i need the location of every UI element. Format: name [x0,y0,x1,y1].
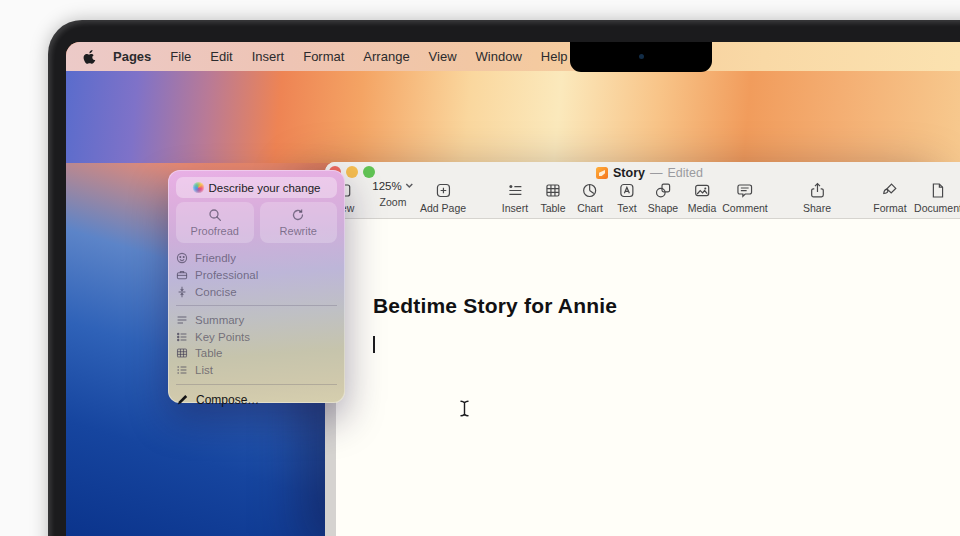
menu-item-view[interactable]: View [429,49,457,64]
writing-tools-actions: Proofread Rewrite [176,202,337,243]
minimize-button[interactable] [346,166,358,178]
compose-label: Compose… [196,393,259,407]
zoom-label: Zoom [380,196,407,208]
tone-friendly-label: Friendly [195,252,236,264]
tone-item-friendly[interactable]: Friendly [176,250,337,267]
comment-icon [736,182,753,199]
format-key-points-label: Key Points [195,331,250,343]
format-button[interactable]: Format [873,182,906,214]
insert-label: Insert [502,202,528,214]
tone-concise-label: Concise [195,286,237,298]
describe-change-placeholder: Describe your change [209,182,321,194]
media-icon [693,182,710,199]
document-icon [929,182,946,199]
apple-intelligence-icon [193,182,204,193]
summary-lines-icon [176,314,188,326]
document-title: Story [613,166,645,180]
zoom-window-button[interactable] [363,166,375,178]
edited-status: Edited [667,166,702,180]
wallpaper-band [66,71,960,163]
table-icon [544,182,561,199]
compose-item[interactable]: Compose… [176,391,337,409]
format-item-summary[interactable]: Summary [176,311,337,328]
add-page-button[interactable]: Add Page [420,182,466,214]
text-button[interactable]: Text [617,182,636,214]
text-label: Text [617,202,636,214]
menu-item-insert[interactable]: Insert [252,49,285,64]
divider [176,305,337,306]
zoom-value[interactable]: 125% [372,180,401,192]
format-item-list[interactable]: List [176,362,337,379]
compress-icon [176,286,188,298]
table-grid-icon [176,347,188,359]
window-titlebar[interactable]: Story — Edited View 125% Zoom [325,162,960,219]
rewrite-icon [291,208,305,222]
list-icon [176,364,188,376]
macbook-frame: Pages File Edit Insert Format Arrange Vi… [0,0,960,536]
format-item-key-points[interactable]: Key Points [176,328,337,345]
share-icon [809,182,826,199]
tone-item-concise[interactable]: Concise [176,284,337,301]
format-label: Format [873,202,906,214]
document-page[interactable]: Bedtime Story for Annie [336,220,960,536]
rewrite-label: Rewrite [280,225,317,237]
format-icon [881,182,898,199]
share-label: Share [803,202,831,214]
briefcase-icon [176,269,188,281]
smiley-icon [176,252,188,264]
table-button[interactable]: Table [540,182,565,214]
menu-item-file[interactable]: File [170,49,191,64]
apple-icon[interactable] [83,49,96,64]
bullet-list-icon [176,331,188,343]
pages-app-icon [596,167,608,179]
camera-dot [639,54,644,59]
comment-button[interactable]: Comment [722,182,768,214]
menu-app-name[interactable]: Pages [113,49,151,64]
menu-item-format[interactable]: Format [303,49,344,64]
chevron-down-icon [406,183,414,189]
format-table-label: Table [195,347,223,359]
format-item-table[interactable]: Table [176,345,337,362]
menu-item-window[interactable]: Window [476,49,522,64]
insert-icon [506,182,523,199]
menu-item-help[interactable]: Help [541,49,568,64]
pencil-icon [176,393,189,406]
zoom-control[interactable]: 125% Zoom [372,180,413,208]
pages-window: Story — Edited View 125% Zoom [325,162,960,536]
add-page-label: Add Page [420,202,466,214]
shape-icon [655,182,672,199]
format-list-label: List [195,364,213,376]
menu-item-arrange[interactable]: Arrange [363,49,409,64]
text-insertion-caret [373,336,375,353]
chart-label: Chart [577,202,603,214]
format-summary-label: Summary [195,314,244,326]
media-button[interactable]: Media [688,182,717,214]
comment-label: Comment [722,202,768,214]
text-icon [618,182,635,199]
chart-button[interactable]: Chart [577,182,603,214]
describe-change-field[interactable]: Describe your change [176,177,337,198]
proofread-label: Proofread [191,225,239,237]
writing-tools-popup: Describe your change Proofread Rewrite F… [168,170,345,403]
insert-button[interactable]: Insert [502,182,528,214]
tone-professional-label: Professional [195,269,258,281]
screen: Pages File Edit Insert Format Arrange Vi… [66,42,960,536]
rewrite-button[interactable]: Rewrite [260,202,338,243]
window-title: Story — Edited [596,166,703,180]
document-heading[interactable]: Bedtime Story for Annie [373,294,617,318]
writing-tools-list: Friendly Professional Concise Summary [176,250,337,409]
menu-bar: Pages File Edit Insert Format Arrange Vi… [66,42,960,71]
share-button[interactable]: Share [803,182,831,214]
table-label: Table [540,202,565,214]
shape-label: Shape [648,202,678,214]
divider [176,384,337,385]
document-button[interactable]: Document [914,182,960,214]
proofread-button[interactable]: Proofread [176,202,254,243]
shape-button[interactable]: Shape [648,182,678,214]
title-dash: — [650,166,663,180]
magnifier-icon [208,208,222,222]
add-page-icon [435,182,452,199]
media-label: Media [688,202,717,214]
menu-item-edit[interactable]: Edit [210,49,232,64]
tone-item-professional[interactable]: Professional [176,267,337,284]
